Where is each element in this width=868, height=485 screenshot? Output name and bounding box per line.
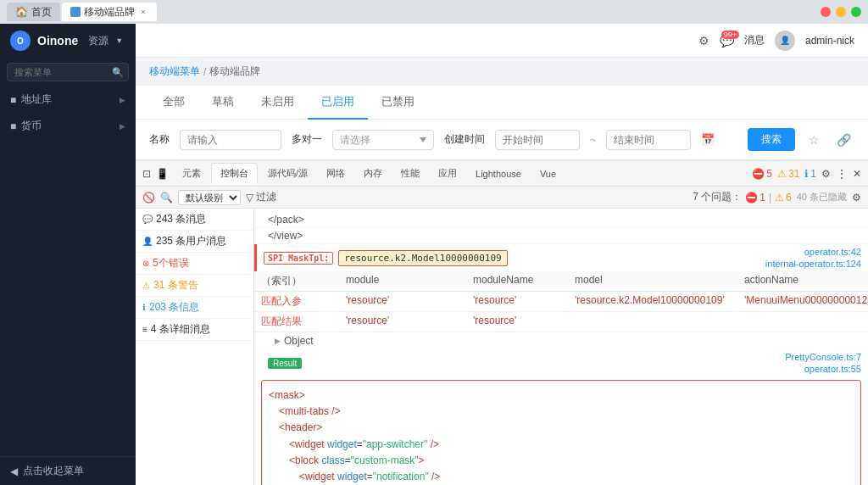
issues-error: ⛔ 1 [745, 192, 765, 203]
table-row-match-result: 匹配结果 'resource' 'resource' [254, 312, 868, 332]
filter-funnel-icon: ▽ [246, 192, 253, 203]
filter-toggle-icon[interactable]: 🔍 [160, 192, 173, 203]
date-label-text: 创建时间 [444, 132, 485, 147]
window-controls [821, 7, 861, 17]
tab-all[interactable]: 全部 [149, 86, 198, 120]
level-select[interactable]: 默认级别 [178, 190, 241, 205]
settings-icon[interactable]: ⚙ [698, 34, 709, 47]
lp-info-icon: ℹ [142, 303, 146, 312]
devtools-settings-icon[interactable]: ⚙ [821, 168, 831, 180]
td-action-1: 'MenuuiMenu00000000012507' [744, 294, 868, 309]
devtools-icon-device[interactable]: 📱 [156, 168, 169, 180]
resource-label[interactable]: 资源 [88, 34, 108, 48]
issues-count: 7 个问题： ⛔ 1 | ⚠ 6 [693, 190, 792, 204]
operator-link-2[interactable]: operator.ts:55 [804, 364, 861, 374]
object-expand-icon[interactable]: ▶ [275, 337, 281, 345]
tab-banned[interactable]: 已禁用 [368, 86, 428, 120]
breadcrumb-current: 移动端品牌 [209, 64, 260, 79]
lp-detail[interactable]: ≡ 4 条详细消息 [136, 319, 253, 341]
devtools-tab-memory[interactable]: 内存 [355, 164, 391, 183]
lp-warnings[interactable]: ⚠ 31 条警告 [136, 275, 253, 297]
lp-errors[interactable]: ⊗ 5个错误 [136, 253, 253, 275]
th-action: actionName [744, 274, 868, 288]
devtools-tab-elements[interactable]: 元素 [174, 164, 209, 183]
devtools-tab-network[interactable]: 网络 [318, 164, 353, 183]
tab-disabled[interactable]: 未启用 [248, 86, 308, 120]
internal-operator-link[interactable]: internal-operator.ts:124 [765, 259, 861, 269]
sidebar-item-address[interactable]: ■ 地址库 ▶ [0, 86, 136, 113]
win-min-btn[interactable] [836, 7, 846, 17]
messages-badge: 99+ [721, 31, 739, 39]
search-input[interactable] [7, 63, 129, 81]
start-date-input[interactable] [495, 130, 580, 150]
issues-warn: ⚠ 6 [775, 192, 792, 203]
tab-brand[interactable]: 移动端品牌 × [62, 3, 157, 21]
devtools-tab-sources[interactable]: 源代码/源 [259, 164, 316, 183]
lp-messages[interactable]: 💬 243 条消息 [136, 209, 253, 231]
messages-badge-wrap[interactable]: 💬 99+ [720, 34, 734, 47]
lp-user-messages[interactable]: 👤 235 条用户消息 [136, 231, 253, 253]
content-area: ⚙ 💬 99+ 消息 👤 admin-nick 移动端菜单 / 移动端品牌 全部 [136, 24, 868, 485]
spi-value: resource.k2.Model10000000109 [338, 250, 507, 266]
pretty-console-link[interactable]: PrettyConsole.ts:7 [785, 352, 861, 362]
td-index-1: 匹配入参 [261, 294, 346, 309]
breadcrumb-mobile-menu[interactable]: 移动端菜单 [149, 64, 200, 79]
devtools-dots-icon[interactable]: ⋮ [836, 167, 848, 181]
operator-link[interactable]: operator.ts:42 [804, 247, 861, 257]
devtools-tab-console[interactable]: 控制台 [211, 163, 258, 184]
search-icon: 🔍 [112, 67, 124, 78]
tab-close-icon[interactable]: × [138, 7, 148, 17]
name-filter-input[interactable] [180, 130, 281, 150]
console-line-view: </view> [254, 228, 868, 244]
lp-error-icon: ⊗ [142, 259, 149, 268]
tab-home[interactable]: 🏠 首页 [7, 3, 60, 21]
username: admin-nick [805, 35, 854, 47]
devtools-tab-app[interactable]: 应用 [430, 164, 465, 183]
star-icon[interactable]: ☆ [805, 130, 823, 150]
search-button[interactable]: 搜索 [748, 128, 795, 151]
sidebar-logo: O Oinone 资源 ▼ [0, 24, 136, 58]
breadcrumb: 移动端菜单 / 移动端品牌 [136, 58, 868, 86]
code-line-5: <block class="custom-mask"> [269, 453, 854, 469]
lp-info[interactable]: ℹ 203 条信息 [136, 297, 253, 319]
multi-filter-select[interactable]: 请选择 [332, 130, 434, 150]
devtools-close-icon[interactable]: ✕ [853, 168, 861, 180]
main-layout: O Oinone 资源 ▼ 🔍 ■ 地址库 ▶ ■ 货币 ▶ ◀ 点击收起菜单 [0, 24, 868, 485]
sidebar: O Oinone 资源 ▼ 🔍 ■ 地址库 ▶ ■ 货币 ▶ ◀ 点击收起菜单 [0, 24, 136, 485]
devtools-tab-lighthouse[interactable]: Lighthouse [467, 165, 530, 182]
tab-draft[interactable]: 草稿 [198, 86, 248, 120]
name-filter-label: 名称 [149, 132, 170, 147]
object-label: Object [284, 335, 314, 347]
info-count-badge: ℹ 1 [804, 168, 816, 180]
messages-label: 消息 [744, 33, 765, 47]
sidebar-nav: ■ 地址库 ▶ ■ 货币 ▶ [0, 86, 136, 456]
th-module-name: moduleName [473, 274, 575, 288]
calendar-icon[interactable]: 📅 [701, 133, 715, 146]
code-block: <mask> <multi-tabs /> <header> <widget w… [261, 380, 861, 485]
td-module-2: 'resource' [346, 315, 473, 329]
tab-enabled[interactable]: 已启用 [308, 86, 368, 120]
td-action-2 [744, 315, 868, 329]
win-close-btn[interactable] [821, 7, 831, 17]
filter-row: 名称 多对一 请选择 创建时间 ~ 📅 搜索 ☆ 🔗 [136, 120, 868, 160]
sidebar-collapse-btn[interactable]: ◀ 点击收起菜单 [0, 456, 136, 485]
console-line-pack: </pack> [254, 212, 868, 228]
td-moduleName-2: 'resource' [473, 315, 575, 329]
code-line-3: <header> [269, 420, 854, 436]
share-icon[interactable]: 🔗 [833, 130, 854, 150]
win-max-btn[interactable] [851, 7, 861, 17]
devtools-tab-vue[interactable]: Vue [531, 165, 565, 182]
devtools-tab-performance[interactable]: 性能 [392, 164, 428, 183]
sidebar-item-currency-label: 货币 [21, 119, 42, 133]
devtools-icon-inspect[interactable]: ⊡ [142, 168, 151, 180]
page-icon [70, 7, 81, 17]
lp-info-label: 203 条信息 [149, 300, 199, 315]
top-header: ⚙ 💬 99+ 消息 👤 admin-nick [136, 24, 868, 58]
end-date-input[interactable] [606, 130, 691, 150]
sidebar-item-currency[interactable]: ■ 货币 ▶ [0, 113, 136, 139]
lp-warn-icon: ⚠ [142, 281, 150, 290]
clear-icon[interactable]: 🚫 [142, 192, 155, 203]
address-expand-icon: ▶ [120, 96, 125, 104]
header-right: ⚙ 💬 99+ 消息 👤 admin-nick [698, 31, 854, 51]
settings2-icon[interactable]: ⚙ [852, 192, 861, 203]
